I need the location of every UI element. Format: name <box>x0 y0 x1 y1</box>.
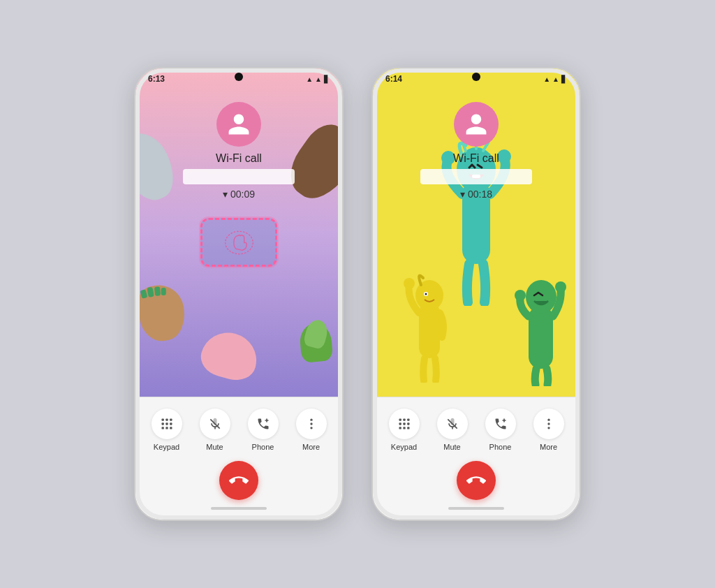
sticker-hand-icon <box>220 227 258 258</box>
phone1-sticker <box>200 218 277 267</box>
svg-rect-37 <box>403 422 405 425</box>
phone1-status-bar: 6:13 ▲ ▲ ▋ <box>135 68 342 87</box>
mute-mic-icon <box>208 417 222 431</box>
phone1-more-icon[interactable] <box>296 409 327 439</box>
phone1-end-call-btn[interactable] <box>219 461 258 500</box>
svg-rect-2 <box>165 419 168 421</box>
phone2-keypad-btn[interactable]: Keypad <box>389 409 420 451</box>
phone2-end-call-btn[interactable] <box>457 461 496 500</box>
phone2-number-bar <box>420 169 532 184</box>
phone1-keypad-btn[interactable]: Keypad <box>152 409 182 451</box>
svg-point-13 <box>310 427 312 429</box>
green-character-svg <box>513 260 569 386</box>
phone2-wifi-icon: ▲ <box>543 75 550 83</box>
mute-mic-icon-2 <box>445 417 459 431</box>
phone1-call-label: Wi-Fi call <box>216 152 262 165</box>
svg-rect-38 <box>407 422 409 425</box>
phone2-duration: ▾ 00:18 <box>460 189 492 200</box>
svg-rect-1 <box>161 419 163 421</box>
phone-add-icon-2 <box>494 417 508 431</box>
phone1-mute-btn[interactable]: Mute <box>200 409 230 451</box>
phone2-status-bar: 6:14 ▲ ▲ ▋ <box>373 68 580 87</box>
keypad-grid-icon <box>160 417 174 431</box>
more-dots-icon <box>304 417 318 431</box>
svg-rect-40 <box>403 427 405 429</box>
phone2-more-btn[interactable]: More <box>533 409 564 451</box>
svg-rect-3 <box>170 419 172 421</box>
svg-point-45 <box>547 427 550 429</box>
hand-pink <box>197 327 263 385</box>
svg-point-28 <box>526 280 556 314</box>
phone2-keypad-icon[interactable] <box>389 409 420 439</box>
phone2-frame: 6:14 ▲ ▲ ▋ <box>371 67 581 521</box>
svg-rect-39 <box>399 427 401 429</box>
phone2-camera <box>472 73 480 81</box>
svg-point-11 <box>310 419 312 421</box>
phone2-keypad-label: Keypad <box>391 443 417 451</box>
phone1-mute-icon[interactable] <box>200 409 230 439</box>
phone1-phone-icon[interactable] <box>248 409 279 439</box>
svg-rect-34 <box>403 419 405 421</box>
svg-rect-5 <box>165 422 168 425</box>
phone2-mute-icon[interactable] <box>437 409 468 439</box>
phone2-call-content: Wi-Fi call ▾ 00:18 <box>373 68 580 200</box>
svg-point-32 <box>555 281 566 293</box>
phone1-phone-btn[interactable]: Phone <box>248 409 279 451</box>
svg-point-44 <box>547 422 550 425</box>
phone1-call-bg: Wi-Fi call ▾ 00:09 <box>135 68 342 397</box>
svg-rect-7 <box>161 427 163 429</box>
phone2-phone-label: Phone <box>489 443 512 451</box>
phone1-keypad-icon[interactable] <box>152 409 182 439</box>
phone1-call-content: Wi-Fi call ▾ 00:09 <box>135 68 342 200</box>
phone2-status-icons: ▲ ▲ ▋ <box>543 75 567 83</box>
phone1-mute-label: Mute <box>206 443 223 451</box>
phone2-home-indicator <box>448 507 504 510</box>
svg-rect-33 <box>399 419 401 421</box>
phone1-time: 6:13 <box>148 74 165 84</box>
more-dots-icon-2 <box>542 417 556 431</box>
phone1-duration: ▾ 00:09 <box>223 189 255 200</box>
phone2-time: 6:14 <box>385 74 402 84</box>
phone2-controls-row: Keypad Mute <box>380 409 573 451</box>
phone1-frame: 6:13 ▲ ▲ ▋ <box>134 67 344 521</box>
svg-rect-36 <box>399 422 401 425</box>
phone1-controls-row: Keypad Mute <box>142 409 335 451</box>
phone2-more-icon[interactable] <box>533 409 564 439</box>
phone1-number-bar <box>183 169 295 184</box>
phone1-home-indicator <box>211 507 267 510</box>
phone1-phone-label: Phone <box>252 443 274 451</box>
phone1-avatar <box>216 102 261 147</box>
phone2-battery-icon: ▋ <box>561 75 567 83</box>
person-icon-2 <box>464 112 489 137</box>
svg-point-26 <box>404 278 415 289</box>
phone2-phone-icon[interactable] <box>485 409 516 439</box>
yellow-character-svg <box>404 260 456 383</box>
phone1-call-controls: Keypad Mute <box>135 397 342 520</box>
phone1-camera <box>235 73 243 81</box>
phone2-mute-btn[interactable]: Mute <box>437 409 468 451</box>
svg-rect-41 <box>407 427 409 429</box>
phone-add-icon <box>256 417 270 431</box>
phone2-call-bg: Wi-Fi call ▾ 00:18 <box>373 68 580 397</box>
svg-rect-35 <box>407 419 409 421</box>
svg-rect-8 <box>165 427 168 429</box>
end-call-icon-2 <box>466 471 486 490</box>
phone1-battery-icon: ▋ <box>324 75 330 83</box>
keypad-grid-icon-2 <box>397 417 411 431</box>
svg-point-31 <box>515 290 526 301</box>
phone1-keypad-label: Keypad <box>154 443 179 451</box>
phone2-signal-icon: ▲ <box>552 75 559 83</box>
phone1-wifi-icon: ▲ <box>306 75 313 83</box>
svg-point-12 <box>310 422 312 425</box>
person-icon <box>226 112 251 137</box>
phone1-more-btn[interactable]: More <box>296 409 327 451</box>
phone2-avatar <box>454 102 499 147</box>
phone1-status-icons: ▲ ▲ ▋ <box>306 75 330 83</box>
phone2-phone-btn[interactable]: Phone <box>485 409 516 451</box>
phone2-call-controls: Keypad Mute <box>373 397 580 520</box>
svg-point-25 <box>425 293 427 295</box>
svg-rect-4 <box>161 422 163 425</box>
phone2-call-label: Wi-Fi call <box>453 152 499 165</box>
phone1-more-label: More <box>302 443 320 451</box>
svg-rect-9 <box>170 427 172 429</box>
